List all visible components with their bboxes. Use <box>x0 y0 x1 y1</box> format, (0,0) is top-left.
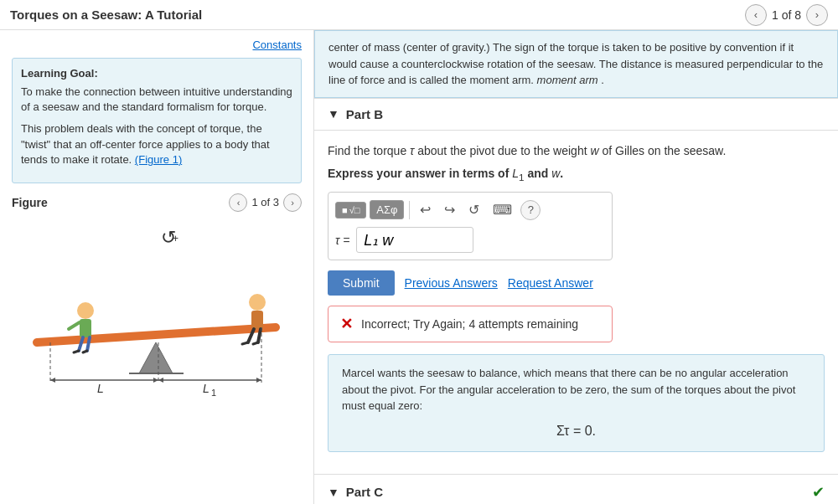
undo-button[interactable]: ↩ <box>415 199 436 220</box>
part-b-header: ▼ Part B <box>314 98 838 131</box>
figure-header: Figure ‹ 1 of 3 › <box>12 193 302 212</box>
info-box-formula: Στ = 0. <box>342 421 810 441</box>
seesaw-diagram: ↺ + <box>12 219 297 403</box>
figure-prev-button[interactable]: ‹ <box>229 193 247 212</box>
learning-goal-text1: To make the connection between intuitive… <box>21 85 292 115</box>
math-toolbar-container: ■√□ ΑΣφ ↩ ↪ ↺ ⌨ ? τ = <box>328 192 613 260</box>
help-button[interactable]: ? <box>520 200 541 220</box>
svg-point-6 <box>77 302 94 319</box>
part-c-check-icon: ✔ <box>812 483 825 501</box>
part-b-section: ▼ Part B Find the torque τ about the piv… <box>314 98 838 474</box>
toolbar-row: ■√□ ΑΣφ ↩ ↪ ↺ ⌨ ? <box>335 199 605 220</box>
submit-row: Submit Previous Answers Request Answer <box>328 270 825 296</box>
incorrect-text: Incorrect; Try Again; 4 attempts remaini… <box>361 317 578 331</box>
part-b-body: Find the torque τ about the pivot due to… <box>314 131 838 474</box>
part-b-title: Part B <box>346 107 383 121</box>
info-box: Marcel wants the seesaw to balance, whic… <box>328 354 825 452</box>
svg-text:L: L <box>203 382 210 395</box>
info-box-text: Marcel wants the seesaw to balance, whic… <box>342 367 795 412</box>
figure-section: Figure ‹ 1 of 3 › ↺ + <box>12 193 302 403</box>
header-navigation: ‹ 1 of 8 › <box>745 4 828 26</box>
svg-rect-14 <box>251 311 263 329</box>
svg-line-11 <box>83 351 87 352</box>
page-header: Torques on a Seesaw: A Tutorial ‹ 1 of 8… <box>0 0 838 30</box>
part-c-collapse-arrow[interactable]: ▼ <box>328 486 339 499</box>
matrix-button[interactable]: ■√□ <box>335 202 366 219</box>
part-c-left: ▼ Part C <box>328 485 383 499</box>
part-b-collapse-arrow[interactable]: ▼ <box>328 107 339 121</box>
figure-next-button[interactable]: › <box>283 193 302 212</box>
page-title: Torques on a Seesaw: A Tutorial <box>10 8 202 22</box>
left-panel: Constants Learning Goal: To make the con… <box>0 30 314 504</box>
figure-page-indicator: 1 of 3 <box>251 196 279 208</box>
part-b-question: Find the torque τ about the pivot due to… <box>328 142 825 160</box>
svg-line-10 <box>74 351 79 352</box>
svg-marker-3 <box>139 342 173 373</box>
main-content: Constants Learning Goal: To make the con… <box>0 30 838 504</box>
intro-text: center of mass (center of gravity.) The … <box>314 30 838 98</box>
figure-image: ↺ + <box>12 219 297 403</box>
symbol-button[interactable]: ΑΣφ <box>370 200 404 219</box>
keyboard-button[interactable]: ⌨ <box>488 199 517 220</box>
part-c-header: ▼ Part C ✔ <box>314 474 838 504</box>
next-page-button[interactable]: › <box>806 4 828 26</box>
submit-button[interactable]: Submit <box>328 270 395 296</box>
svg-line-17 <box>242 342 248 344</box>
toolbar-separator <box>409 201 410 219</box>
svg-text:1: 1 <box>211 388 216 398</box>
part-b-express: Express your answer in terms of L1 and w… <box>328 167 825 183</box>
incorrect-box: ✕ Incorrect; Try Again; 4 attempts remai… <box>328 306 613 342</box>
answer-label: τ = <box>335 234 349 247</box>
svg-marker-23 <box>50 378 55 383</box>
answer-row: τ = <box>335 227 605 253</box>
svg-rect-7 <box>80 319 91 337</box>
right-panel: center of mass (center of gravity.) The … <box>314 30 838 504</box>
refresh-button[interactable]: ↺ <box>463 199 484 220</box>
learning-goal-box: Learning Goal: To make the connection be… <box>12 58 302 183</box>
previous-answers-link[interactable]: Previous Answers <box>405 276 498 290</box>
svg-marker-27 <box>158 378 163 383</box>
svg-point-13 <box>249 294 266 311</box>
svg-text:L: L <box>97 382 104 395</box>
prev-page-button[interactable]: ‹ <box>745 4 767 26</box>
part-c-title: Part C <box>346 485 383 499</box>
svg-marker-28 <box>256 378 261 383</box>
constants-link[interactable]: Constants <box>12 39 302 51</box>
learning-goal-title: Learning Goal: <box>21 67 292 80</box>
moment-arm-text: moment arm <box>537 74 598 86</box>
svg-line-12 <box>69 322 80 329</box>
figure1-link[interactable]: (Figure 1) <box>135 153 182 166</box>
svg-line-2 <box>37 327 276 342</box>
figure-navigation: ‹ 1 of 3 › <box>229 193 302 212</box>
page-indicator: 1 of 8 <box>772 8 801 22</box>
svg-marker-24 <box>153 378 158 383</box>
request-answer-link[interactable]: Request Answer <box>508 276 593 290</box>
answer-input[interactable] <box>356 227 473 253</box>
svg-line-18 <box>253 342 258 344</box>
svg-text:+: + <box>173 233 178 244</box>
redo-button[interactable]: ↪ <box>439 199 460 220</box>
incorrect-icon: ✕ <box>340 315 353 333</box>
figure-title: Figure <box>12 196 48 209</box>
learning-goal-text2: This problem deals with the concept of t… <box>21 121 292 167</box>
